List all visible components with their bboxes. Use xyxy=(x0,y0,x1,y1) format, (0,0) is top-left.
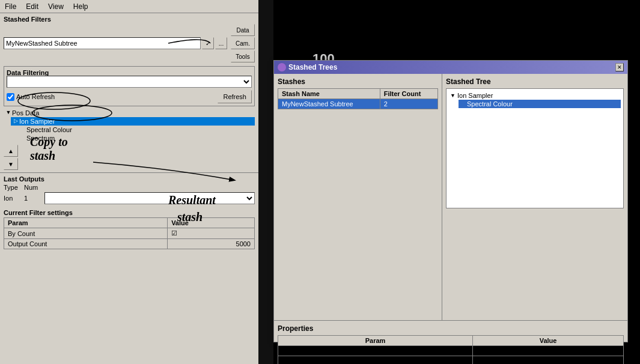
stashed-trees-dialog: Stashed Trees ✕ Stashes Stash Name Filte… xyxy=(273,60,628,342)
prop-row-showbar: Show Bar ☑ xyxy=(278,356,624,365)
spectralcolour-expand-icon xyxy=(19,126,26,133)
cf-row-bycount: By Count ☑ xyxy=(4,228,255,239)
data-filtering-section: Data Filtering Auto Refresh Refresh xyxy=(4,66,255,106)
stash-name-col-header: Stash Name xyxy=(278,89,380,99)
properties-title: Properties xyxy=(278,324,624,333)
filter-count-col-header: Filter Count xyxy=(380,89,437,99)
stashed-filters-row: ✓ ... Data Cam. Tools xyxy=(4,24,255,62)
current-filter-table: Param Value By Count ☑ Output Count 5000 xyxy=(4,217,255,249)
stash-dots-button[interactable]: ... xyxy=(215,37,227,49)
st-node-spectralcolour[interactable]: Spectral Colour xyxy=(459,100,621,108)
stashed-filters-section: Stashed Filters ✓ ... Data Cam. Tools xyxy=(0,13,258,65)
st-ionsampler-label: Ion Sampler xyxy=(457,92,493,99)
menu-help[interactable]: Help xyxy=(71,2,91,11)
menu-view[interactable]: View xyxy=(46,2,66,11)
move-up-button[interactable]: ▲ xyxy=(4,145,18,157)
stash-name-input[interactable] xyxy=(4,37,201,49)
num-label: Num xyxy=(24,184,42,191)
tree-node-ionsampler[interactable]: ▷ Ion Sampler xyxy=(11,117,255,126)
auto-refresh-row: Auto Refresh Refresh xyxy=(7,90,252,103)
dialog-body: Stashes Stash Name Filter Count MyNewSta… xyxy=(274,74,627,320)
prop-param-header: Param xyxy=(278,336,473,346)
prop-showbar-param: Show Bar xyxy=(278,356,473,365)
last-outputs-row: Type Num xyxy=(4,184,255,191)
tools-button[interactable]: Tools xyxy=(231,50,255,62)
menu-file[interactable]: File xyxy=(2,2,19,11)
last-outputs-label: Last Outputs xyxy=(4,175,255,183)
spectralcolour-label: Spectral Colour xyxy=(26,126,72,133)
filter-row xyxy=(7,76,252,88)
last-outputs-section: Last Outputs Type Num Ion 1 xyxy=(0,172,258,207)
prop-row-colourmap: ColourMap (0-8) 0 xyxy=(278,346,624,356)
st-spectralcolour-label: Spectral Colour xyxy=(467,100,513,108)
dialog-close-button[interactable]: ✕ xyxy=(615,63,624,71)
menu-edit[interactable]: Edit xyxy=(23,2,41,11)
filter-dropdown[interactable] xyxy=(7,76,252,88)
ion-num-value: 1 xyxy=(24,195,42,202)
stash-checkmark-button[interactable]: ✓ xyxy=(202,37,214,49)
st-ionsampler-expand-icon: ▼ xyxy=(450,93,457,99)
properties-table: Param Value ColourMap (0-8) 0 Show Bar ☑… xyxy=(278,335,624,364)
properties-section: Properties Param Value ColourMap (0-8) 0… xyxy=(274,320,627,364)
prop-colourmap-value: 0 xyxy=(473,346,624,356)
dialog-title-bar: Stashed Trees ✕ xyxy=(274,61,627,74)
stashed-tree-panel-title: Stashed Tree xyxy=(446,77,624,86)
cf-row-outputcount: Output Count 5000 xyxy=(4,239,255,249)
move-down-button[interactable]: ▼ xyxy=(4,158,18,170)
prop-colourmap-param: ColourMap (0-8) xyxy=(278,346,473,356)
stashes-table: Stash Name Filter Count MyNewStashed Sub… xyxy=(278,88,438,109)
auto-refresh-checkbox[interactable] xyxy=(7,93,14,101)
ionsampler-expand-icon: ▷ xyxy=(12,118,19,125)
cf-bycount-param: By Count xyxy=(4,228,168,239)
cam-button[interactable]: Cam. xyxy=(231,37,255,49)
cf-outputcount-param: Output Count xyxy=(4,239,168,249)
tree-node-spectralcolour[interactable]: Spectral Colour xyxy=(18,126,255,134)
ion-select[interactable] xyxy=(44,192,255,204)
stashes-panel-title: Stashes xyxy=(278,77,438,86)
stash-row-0-count: 2 xyxy=(380,99,437,109)
stashed-filters-label: Stashed Filters xyxy=(4,16,255,23)
tree-node-posdata[interactable]: ▼ Pos Data xyxy=(4,109,255,117)
dark-background xyxy=(258,0,273,364)
app-window: File Edit View Help Stashed Filters ✓ ..… xyxy=(0,0,258,364)
cf-param-header: Param xyxy=(4,218,168,228)
posdata-label: Pos Data xyxy=(12,109,39,117)
dialog-icon xyxy=(278,63,286,71)
stashes-panel: Stashes Stash Name Filter Count MyNewSta… xyxy=(274,74,442,320)
dialog-title: Stashed Trees xyxy=(288,63,615,71)
spectrum-expand-icon xyxy=(19,135,26,142)
stash-row-0-name: MyNewStashed Subtree xyxy=(278,99,380,109)
last-outputs-values: Ion 1 xyxy=(4,192,255,204)
stashed-tree-panel: Stashed Tree ▼ Ion Sampler Spectral Colo… xyxy=(442,74,627,320)
prop-value-header: Value xyxy=(473,336,624,346)
side-buttons: Data Cam. Tools xyxy=(231,24,255,62)
stashed-tree-list: ▼ Ion Sampler Spectral Colour xyxy=(446,88,624,208)
current-filter-label: Current Filter settings xyxy=(4,209,255,216)
stash-row-0[interactable]: MyNewStashed Subtree 2 xyxy=(278,99,438,109)
auto-refresh-label: Auto Refresh xyxy=(7,93,55,101)
type-label: Type xyxy=(4,184,22,191)
cf-outputcount-value: 5000 xyxy=(168,239,255,249)
cf-value-header: Value xyxy=(168,218,255,228)
copy-to-stash-annotation: Copy tostash xyxy=(30,135,68,163)
current-filter-section: Current Filter settings Param Value By C… xyxy=(0,207,258,252)
ionsampler-label: Ion Sampler xyxy=(19,118,55,125)
posdata-expand-icon: ▼ xyxy=(5,109,12,117)
prop-showbar-value: ☑ xyxy=(473,356,624,365)
refresh-button[interactable]: Refresh xyxy=(218,90,252,103)
data-button[interactable]: Data xyxy=(231,24,255,36)
st-node-ionsampler[interactable]: ▼ Ion Sampler xyxy=(449,91,621,100)
cf-bycount-value: ☑ xyxy=(168,228,255,239)
menu-bar: File Edit View Help xyxy=(0,0,258,13)
ion-type-value: Ion xyxy=(4,195,22,202)
